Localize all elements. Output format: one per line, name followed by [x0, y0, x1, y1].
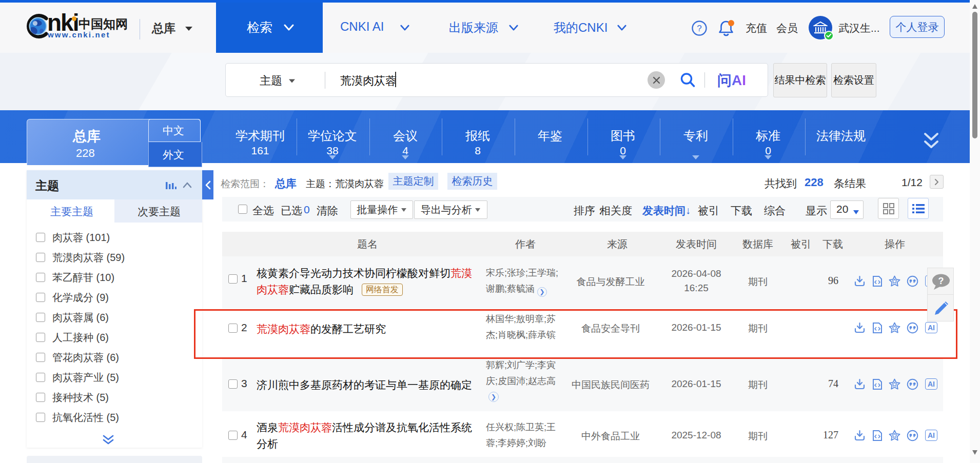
- svg-text:?: ?: [938, 276, 944, 286]
- svg-text:?: ?: [697, 24, 701, 33]
